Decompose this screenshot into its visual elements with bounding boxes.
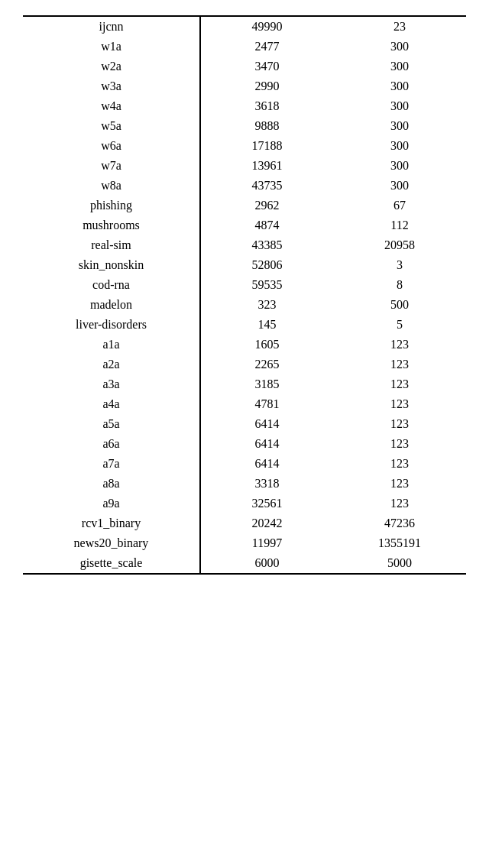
dataset-col3: 8	[333, 275, 466, 295]
table-row: liver-disorders1455	[23, 315, 466, 335]
table-row: w4a3618300	[23, 96, 466, 116]
table-row: a6a6414123	[23, 434, 466, 454]
dataset-col2: 2962	[200, 196, 333, 215]
dataset-name: a6a	[23, 434, 200, 454]
dataset-col3: 23	[333, 16, 466, 37]
dataset-col3: 123	[333, 474, 466, 494]
table-row: mushrooms4874112	[23, 215, 466, 235]
dataset-name: skin_nonskin	[23, 255, 200, 275]
table-row: a4a4781123	[23, 394, 466, 414]
dataset-name: real-sim	[23, 235, 200, 255]
dataset-col3: 300	[333, 136, 466, 156]
dataset-name: a3a	[23, 374, 200, 394]
table-row: ijcnn4999023	[23, 16, 466, 37]
dataset-col3: 300	[333, 176, 466, 196]
dataset-name: w8a	[23, 176, 200, 196]
dataset-col3: 112	[333, 215, 466, 235]
dataset-col3: 123	[333, 434, 466, 454]
dataset-col2: 32561	[200, 494, 333, 513]
dataset-col3: 5000	[333, 553, 466, 574]
dataset-col3: 123	[333, 454, 466, 474]
dataset-name: w4a	[23, 96, 200, 116]
table-row: w1a2477300	[23, 37, 466, 57]
dataset-col3: 5	[333, 315, 466, 335]
table-row: madelon323500	[23, 295, 466, 315]
table-row: w8a43735300	[23, 176, 466, 196]
dataset-col2: 2477	[200, 37, 333, 57]
dataset-name: a9a	[23, 494, 200, 513]
dataset-name: w1a	[23, 37, 200, 57]
dataset-col3: 300	[333, 57, 466, 76]
dataset-col2: 6000	[200, 553, 333, 574]
dataset-col3: 300	[333, 96, 466, 116]
dataset-col3: 20958	[333, 235, 466, 255]
dataset-col3: 123	[333, 414, 466, 434]
dataset-col2: 2990	[200, 76, 333, 96]
dataset-col3: 3	[333, 255, 466, 275]
dataset-col3: 123	[333, 374, 466, 394]
dataset-col2: 6414	[200, 434, 333, 454]
dataset-name: a8a	[23, 474, 200, 494]
dataset-name: madelon	[23, 295, 200, 315]
table-row: a8a3318123	[23, 474, 466, 494]
dataset-col3: 67	[333, 196, 466, 215]
dataset-col2: 3618	[200, 96, 333, 116]
dataset-name: a7a	[23, 454, 200, 474]
dataset-col3: 500	[333, 295, 466, 315]
table-row: a9a32561123	[23, 494, 466, 513]
dataset-col3: 300	[333, 156, 466, 176]
dataset-col2: 20242	[200, 513, 333, 533]
table-row: w2a3470300	[23, 57, 466, 76]
dataset-col2: 4781	[200, 394, 333, 414]
table-row: w3a2990300	[23, 76, 466, 96]
table-row: skin_nonskin528063	[23, 255, 466, 275]
dataset-name: a1a	[23, 335, 200, 355]
table-row: news20_binary119971355191	[23, 533, 466, 553]
dataset-col3: 300	[333, 76, 466, 96]
dataset-col3: 123	[333, 355, 466, 374]
table-row: rcv1_binary2024247236	[23, 513, 466, 533]
dataset-name: w2a	[23, 57, 200, 76]
table-row: w5a9888300	[23, 116, 466, 136]
dataset-name: ijcnn	[23, 16, 200, 37]
dataset-name: w7a	[23, 156, 200, 176]
dataset-col2: 52806	[200, 255, 333, 275]
dataset-col3: 47236	[333, 513, 466, 533]
dataset-col2: 43735	[200, 176, 333, 196]
table-row: a2a2265123	[23, 355, 466, 374]
dataset-name: liver-disorders	[23, 315, 200, 335]
table-row: a3a3185123	[23, 374, 466, 394]
dataset-col3: 300	[333, 116, 466, 136]
dataset-col2: 2265	[200, 355, 333, 374]
dataset-col2: 49990	[200, 16, 333, 37]
dataset-name: a5a	[23, 414, 200, 434]
dataset-name: w5a	[23, 116, 200, 136]
table-row: a1a1605123	[23, 335, 466, 355]
dataset-name: a4a	[23, 394, 200, 414]
dataset-col2: 3185	[200, 374, 333, 394]
table-row: gisette_scale60005000	[23, 553, 466, 574]
table-row: phishing296267	[23, 196, 466, 215]
table-row: a5a6414123	[23, 414, 466, 434]
dataset-col2: 17188	[200, 136, 333, 156]
dataset-name: cod-rna	[23, 275, 200, 295]
dataset-col2: 9888	[200, 116, 333, 136]
dataset-col3: 123	[333, 394, 466, 414]
dataset-name: a2a	[23, 355, 200, 374]
dataset-name: w6a	[23, 136, 200, 156]
dataset-col2: 323	[200, 295, 333, 315]
dataset-name: w3a	[23, 76, 200, 96]
dataset-name: news20_binary	[23, 533, 200, 553]
table-row: w6a17188300	[23, 136, 466, 156]
dataset-col2: 3470	[200, 57, 333, 76]
data-table: ijcnn4999023w1a2477300w2a3470300w3a29903…	[23, 15, 466, 575]
dataset-col2: 11997	[200, 533, 333, 553]
dataset-col2: 4874	[200, 215, 333, 235]
dataset-col2: 1605	[200, 335, 333, 355]
dataset-col2: 3318	[200, 474, 333, 494]
dataset-col3: 123	[333, 335, 466, 355]
dataset-name: gisette_scale	[23, 553, 200, 574]
dataset-col2: 6414	[200, 454, 333, 474]
dataset-name: phishing	[23, 196, 200, 215]
dataset-col2: 59535	[200, 275, 333, 295]
